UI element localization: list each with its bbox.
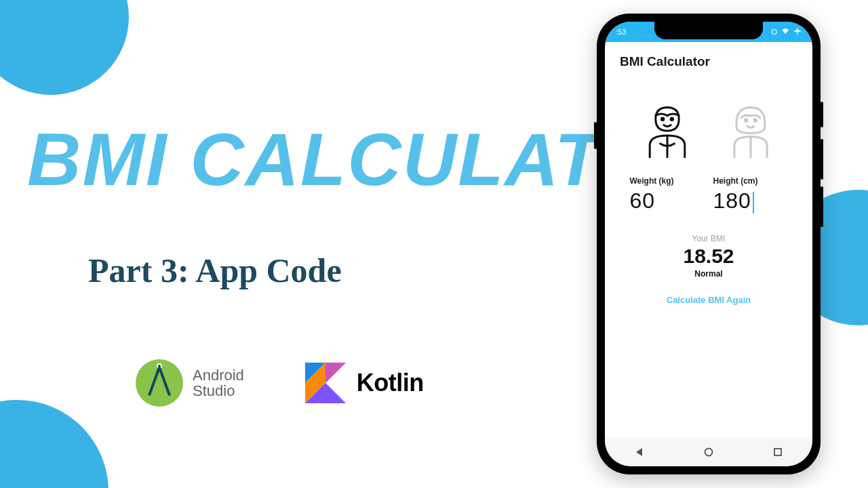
phone-mockup: :53 O BMI Calculator: [597, 14, 821, 474]
weight-input[interactable]: 60: [630, 188, 705, 214]
nav-back-button[interactable]: [633, 446, 646, 458]
phone-screen: :53 O BMI Calculator: [605, 22, 812, 466]
svg-point-7: [754, 119, 756, 121]
height-label: Height (cm): [713, 176, 788, 186]
female-avatar-icon: [722, 102, 780, 160]
logo-row: Android Studio Kotlin: [136, 359, 424, 407]
airplane-icon: [793, 27, 802, 37]
kotlin-icon: [305, 363, 346, 403]
text-cursor: [753, 192, 754, 214]
decor-circle-top-left: [0, 0, 129, 95]
svg-point-6: [745, 119, 747, 121]
phone-side-button-1: [821, 102, 823, 127]
gender-male-button[interactable]: [638, 102, 696, 160]
svg-rect-10: [774, 449, 781, 455]
status-indicator-icon: O: [771, 28, 777, 36]
decor-circle-bottom-left: [0, 400, 108, 488]
male-avatar-icon: [638, 102, 696, 160]
svg-point-5: [671, 118, 673, 120]
svg-marker-8: [636, 448, 642, 456]
result-block: Your BMI 18.52 Normal: [605, 219, 812, 283]
nav-recent-button[interactable]: [772, 446, 784, 458]
phone-left-button: [594, 122, 597, 149]
kotlin-label: Kotlin: [357, 369, 424, 397]
android-studio-icon: [136, 359, 183, 407]
result-label: Your BMI: [605, 234, 812, 243]
result-status: Normal: [605, 269, 812, 279]
status-time: :53: [616, 28, 626, 36]
weight-label: Weight (kg): [630, 176, 705, 186]
svg-point-4: [661, 118, 663, 120]
svg-point-9: [705, 449, 713, 456]
height-input[interactable]: 180: [713, 188, 788, 214]
phone-notch: [654, 22, 763, 39]
result-value: 18.52: [605, 245, 812, 268]
nav-home-button[interactable]: [703, 446, 715, 458]
weight-input-group: Weight (kg) 60: [630, 176, 705, 214]
svg-marker-3: [326, 363, 346, 383]
calculate-again-button[interactable]: Calculate BMI Again: [605, 295, 812, 305]
phone-side-button-2: [821, 139, 823, 180]
phone-side-button-3: [821, 186, 823, 227]
app-title: BMI Calculator: [605, 42, 812, 75]
subtitle: Part 3: App Code: [88, 251, 342, 290]
android-studio-label: Android Studio: [193, 367, 244, 399]
wifi-icon: [781, 28, 789, 36]
kotlin-logo: Kotlin: [305, 363, 424, 403]
android-studio-logo: Android Studio: [136, 359, 244, 407]
height-input-group: Height (cm) 180: [713, 176, 788, 214]
android-nav-bar: [605, 438, 812, 466]
gender-female-button[interactable]: [722, 102, 780, 160]
